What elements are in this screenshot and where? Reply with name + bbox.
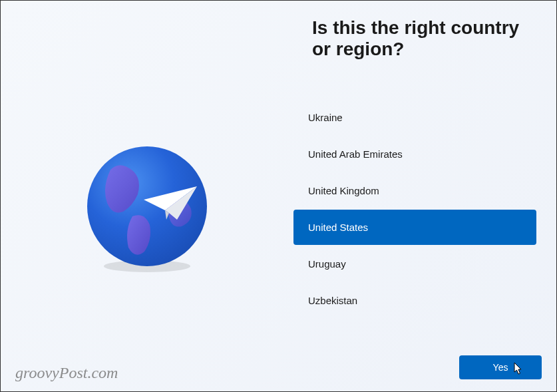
illustration-panel bbox=[1, 1, 293, 391]
yes-button[interactable]: Yes bbox=[459, 355, 542, 379]
country-item-uk[interactable]: United Kingdom bbox=[293, 173, 536, 208]
country-list[interactable]: Ukraine United Arab Emirates United King… bbox=[293, 100, 536, 319]
content-panel: Is this the right country or region? Ukr… bbox=[293, 1, 556, 391]
country-item-us[interactable]: United States bbox=[293, 210, 536, 245]
watermark-text: groovyPost.com bbox=[15, 364, 118, 382]
country-item-ukraine[interactable]: Ukraine bbox=[293, 100, 536, 135]
setup-screen: Is this the right country or region? Ukr… bbox=[1, 1, 556, 391]
country-item-uruguay[interactable]: Uruguay bbox=[293, 246, 536, 282]
page-title: Is this the right country or region? bbox=[293, 17, 536, 60]
country-item-uae[interactable]: United Arab Emirates bbox=[293, 136, 536, 172]
globe-paperplane-icon bbox=[81, 140, 214, 273]
country-item-uzbekistan[interactable]: Uzbekistan bbox=[293, 283, 536, 318]
